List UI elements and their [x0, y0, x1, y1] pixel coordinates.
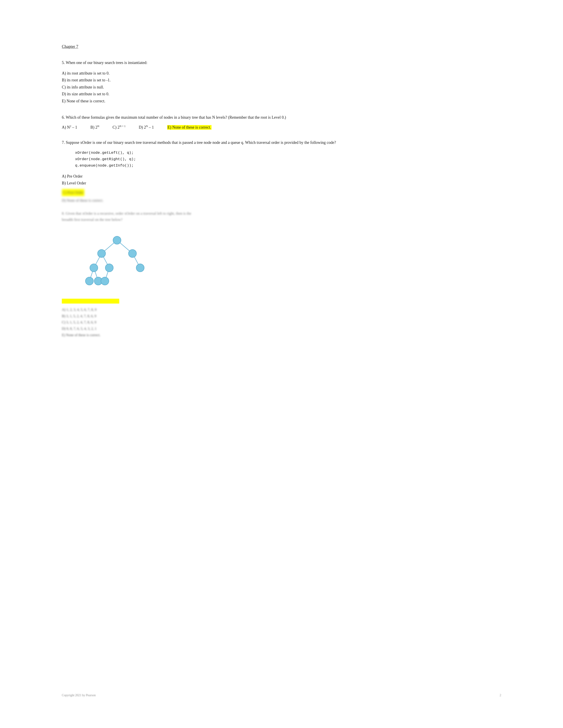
svg-point-10 [128, 250, 136, 257]
svg-point-11 [90, 264, 98, 272]
copyright: Copyright 2021 by Pearson [62, 694, 96, 697]
page-footer: Copyright 2021 by Pearson 2 [62, 694, 501, 697]
svg-point-9 [98, 250, 105, 257]
page-number: 2 [500, 694, 501, 697]
tree-diagram [62, 227, 501, 299]
question-5-text: 5. When one of our binary search trees i… [62, 60, 501, 66]
question-7-code: xOrder(node.getLeft(), q); xOrder(node.g… [75, 150, 501, 169]
svg-point-12 [105, 264, 113, 272]
question-6-answer-highlighted: E) None of these is correct. [167, 125, 211, 130]
question-7-blurred-area: C) Post Order D) None of these is correc… [62, 189, 501, 338]
chapter-heading: Chapter 7 [62, 44, 501, 49]
question-7: 7. Suppose xOrder is one of our binary s… [62, 139, 501, 338]
question-5: 5. When one of our binary search trees i… [62, 60, 501, 105]
question-6: 6. Which of these formulas gives the max… [62, 114, 501, 130]
question-7-text: 7. Suppose xOrder is one of our binary s… [62, 139, 501, 146]
question-8-blurred-options: A) 1, 2, 3, 4, 5, 6, 7, 8, 9 B) 3, 1, 5,… [62, 307, 501, 338]
question-6-text: 6. Which of these formulas gives the max… [62, 114, 501, 121]
svg-point-14 [85, 277, 93, 285]
question-7-options-visible: A) Pre Order B) Level Order [62, 173, 501, 187]
svg-point-13 [136, 264, 144, 272]
question-8-answer-highlighted [62, 299, 501, 304]
svg-point-8 [113, 236, 121, 244]
question-6-options: A) N2 – 1 B) 2N C) 2N + 1 D) 2N – 1 E) N… [62, 125, 501, 130]
question-8-blurred: 8. Given that xOrder is a recursive, ord… [62, 210, 501, 222]
svg-point-16 [101, 277, 109, 285]
question-5-options: A) its root attribute is set to 0. B) it… [62, 70, 501, 105]
